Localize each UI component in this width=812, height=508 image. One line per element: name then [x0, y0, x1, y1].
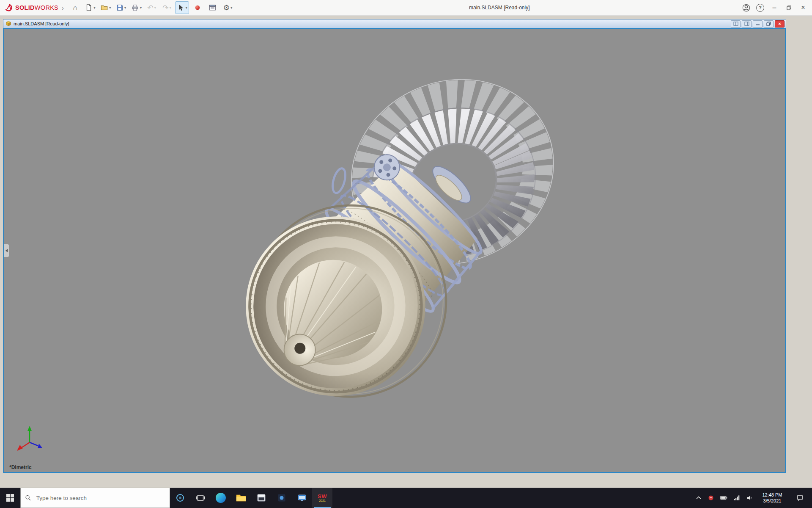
- clock-time: 12:48 PM: [759, 492, 785, 498]
- pane-layout-icon: [733, 22, 738, 26]
- account-button[interactable]: [739, 0, 753, 15]
- volume-icon[interactable]: [746, 495, 753, 501]
- child-window-title: main.SLDASM [Read-only]: [14, 21, 69, 26]
- dark-app-button[interactable]: [272, 488, 292, 508]
- file-explorer-button[interactable]: [231, 488, 251, 508]
- mouse-gesture-button[interactable]: [190, 1, 204, 14]
- feature-manager-collapse-tab[interactable]: [4, 244, 9, 257]
- home-icon: ⌂: [73, 4, 77, 11]
- child-layout-button-2[interactable]: [742, 20, 752, 28]
- restore-button[interactable]: [782, 0, 796, 15]
- brand-wordmark: SOLIDWORKS: [15, 4, 58, 11]
- solidworks-window: SOLIDWORKS › ⌂ ▾ ▾ ▾ ▾ ↶ ▾: [0, 0, 812, 508]
- save-icon: [116, 4, 123, 11]
- child-minimize-button[interactable]: [753, 20, 763, 28]
- monitor-app-button[interactable]: [292, 488, 312, 508]
- folder-icon: [236, 494, 246, 502]
- home-button[interactable]: ⌂: [68, 1, 82, 14]
- select-cursor-icon: [177, 4, 184, 11]
- dropdown-caret[interactable]: ▾: [185, 6, 187, 10]
- edge-button[interactable]: [211, 488, 231, 508]
- open-button[interactable]: ▾: [99, 1, 113, 14]
- cortana-icon: [176, 493, 185, 502]
- taskbar-search[interactable]: [20, 488, 170, 508]
- dark-app-icon: [277, 493, 286, 502]
- windows-taskbar: SW 2021 12:48 PM 3/5/2021: [0, 488, 812, 508]
- view-orientation-label: *Dimetric: [9, 464, 32, 470]
- dropdown-caret[interactable]: ▾: [109, 6, 111, 10]
- dropdown-caret[interactable]: ▾: [170, 6, 172, 10]
- app-window-icon: [257, 493, 266, 502]
- child-layout-button-1[interactable]: [731, 20, 741, 28]
- document-child-window: main.SLDASM [Read-only] ×: [3, 19, 786, 473]
- search-input[interactable]: [36, 494, 165, 502]
- options-button[interactable]: ⚙ ▾: [221, 1, 235, 14]
- undo-icon: ↶: [147, 4, 153, 11]
- quick-access-toolbar: ⌂ ▾ ▾ ▾ ▾ ↶ ▾ ↷ ▾: [68, 1, 235, 14]
- help-icon: ?: [756, 4, 764, 12]
- open-folder-icon: [100, 4, 108, 11]
- mdi-workspace: main.SLDASM [Read-only] ×: [0, 15, 812, 488]
- dropdown-caret[interactable]: ▾: [93, 6, 96, 10]
- tray-status-icon[interactable]: [708, 495, 714, 501]
- window-title: main.SLDASM [Read-only]: [469, 5, 529, 11]
- graphics-viewport[interactable]: *Dimetric: [3, 28, 786, 473]
- solidworks-taskbar-button[interactable]: SW 2021: [312, 488, 332, 508]
- print-button[interactable]: ▾: [129, 1, 144, 14]
- solidworks-logo-icon: [4, 3, 13, 12]
- brand-solid: SOLID: [15, 4, 35, 11]
- cortana-button[interactable]: [170, 488, 190, 508]
- minimize-icon: [756, 22, 760, 25]
- chevron-up-icon[interactable]: [696, 496, 702, 500]
- dropdown-caret[interactable]: ▾: [124, 6, 126, 10]
- 3d-model-canvas[interactable]: [4, 29, 785, 472]
- solidworks-taskbar-icon: SW 2021: [318, 494, 327, 502]
- child-window-controls: ×: [731, 20, 785, 28]
- save-button[interactable]: ▾: [114, 1, 128, 14]
- edge-icon: [216, 493, 226, 503]
- task-pane-icon: [208, 4, 217, 11]
- start-button[interactable]: [0, 488, 20, 508]
- solidworks-brand: SOLIDWORKS: [2, 3, 61, 12]
- windows-logo-icon: [6, 494, 14, 502]
- gear-icon: ⚙: [223, 4, 230, 11]
- task-pane-button[interactable]: [206, 1, 219, 14]
- close-button[interactable]: ×: [796, 0, 810, 15]
- person-icon: [742, 4, 750, 12]
- solidworks-letters: SW: [318, 494, 327, 499]
- monitor-app-icon: [297, 493, 307, 502]
- new-document-icon: [85, 4, 93, 11]
- undo-button[interactable]: ↶ ▾: [145, 1, 159, 14]
- redo-button[interactable]: ↷ ▾: [160, 1, 174, 14]
- select-tool-button[interactable]: ▾: [175, 1, 189, 14]
- menu-expand-chevron-icon[interactable]: ›: [62, 4, 64, 11]
- new-document-button[interactable]: ▾: [83, 1, 97, 14]
- restore-icon: [766, 22, 771, 26]
- solidworks-version-badge: 2021: [318, 499, 327, 502]
- dropdown-caret[interactable]: ▾: [140, 6, 142, 10]
- action-center-icon: [796, 494, 804, 502]
- restore-icon: [786, 5, 792, 11]
- pane-layout-alt-icon: [744, 22, 749, 26]
- child-close-button[interactable]: ×: [775, 20, 785, 28]
- print-icon: [131, 4, 139, 11]
- appbar-right-controls: ? – ×: [739, 0, 810, 15]
- redo-icon: ↷: [162, 4, 168, 11]
- action-center-button[interactable]: [792, 494, 808, 502]
- app-window-button[interactable]: [251, 488, 272, 508]
- dropdown-caret[interactable]: ▾: [154, 6, 156, 10]
- task-view-button[interactable]: [190, 488, 211, 508]
- child-restore-button[interactable]: [764, 20, 774, 28]
- dropdown-caret[interactable]: ▾: [230, 6, 233, 10]
- child-window-titlebar[interactable]: main.SLDASM [Read-only] ×: [3, 19, 786, 28]
- task-view-icon: [196, 493, 205, 502]
- network-icon[interactable]: [734, 495, 740, 500]
- minimize-button[interactable]: –: [767, 0, 782, 15]
- red-sphere-icon: [194, 4, 201, 11]
- application-bar: SOLIDWORKS › ⌂ ▾ ▾ ▾ ▾ ↶ ▾: [0, 0, 812, 16]
- help-button[interactable]: ?: [753, 0, 767, 15]
- battery-icon[interactable]: [720, 496, 727, 500]
- taskbar-clock[interactable]: 12:48 PM 3/5/2021: [759, 492, 785, 504]
- brand-works: WORKS: [35, 4, 58, 11]
- search-icon: [25, 494, 31, 501]
